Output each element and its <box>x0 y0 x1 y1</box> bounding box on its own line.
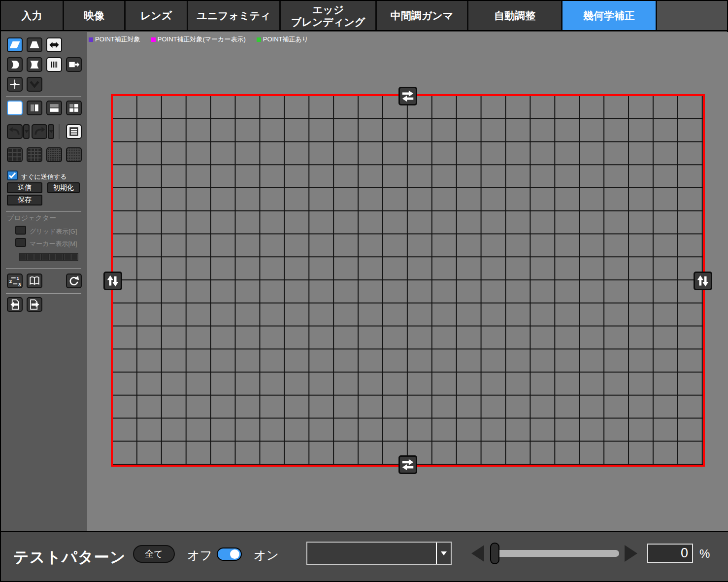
import-file-icon <box>8 298 22 311</box>
order-123-button[interactable]: 1 2 3 <box>7 274 23 288</box>
legend-item: POINT補正あり <box>257 35 308 44</box>
grid-density-coarse-button[interactable] <box>7 147 23 162</box>
legend-label: POINT補正対象(マーカー表示) <box>158 35 246 44</box>
marker-display-checkbox[interactable] <box>15 238 26 247</box>
grid-display-checkbox[interactable] <box>15 226 26 235</box>
svg-text:3: 3 <box>18 282 21 287</box>
quad-view-button[interactable] <box>66 101 82 115</box>
tab-edge-blending[interactable]: エッジ ブレンディング <box>281 1 375 30</box>
percent-input[interactable]: 0 <box>647 544 693 563</box>
swap-vertical-left-button[interactable] <box>103 272 122 290</box>
vertical-lines-icon <box>47 58 61 71</box>
pincushion-warp-button[interactable] <box>27 57 42 72</box>
segment <box>71 254 78 260</box>
grid-density-medium-button[interactable] <box>27 147 42 162</box>
tab-bar-filler <box>657 1 727 30</box>
level-slider[interactable] <box>490 542 619 565</box>
legend-item: POINT補正対象 <box>89 35 140 44</box>
undo-button[interactable] <box>7 124 23 139</box>
horizontal-arrow-icon <box>47 38 61 52</box>
swap-vertical-right-button[interactable] <box>694 272 712 290</box>
reset-rotate-icon <box>67 274 81 288</box>
send-immediately-label: すぐに送信する <box>21 172 67 181</box>
grid-density-finest-button[interactable] <box>66 147 82 162</box>
slider-knob[interactable] <box>490 543 499 564</box>
single-screen-icon <box>8 101 22 115</box>
off-label: オフ <box>187 547 212 563</box>
correction-canvas: POINT補正対象 POINT補正対象(マーカー表示) POINT補正あり <box>87 32 728 532</box>
test-pattern-dropdown[interactable] <box>306 542 452 565</box>
grid-density-fine-button[interactable] <box>46 147 62 162</box>
dropdown-arrow-button[interactable] <box>436 543 451 564</box>
grid-display-label: グリッド表示[G] <box>30 227 77 236</box>
redo-button[interactable] <box>32 124 47 139</box>
swap-horizontal-icon <box>400 89 415 103</box>
redo-dropdown-button[interactable] <box>48 124 54 139</box>
tab-lens[interactable]: レンズ <box>126 1 187 30</box>
test-pattern-toggle[interactable] <box>217 548 242 561</box>
shift-button[interactable] <box>66 57 82 72</box>
toggle-knob <box>230 549 239 559</box>
tab-auto-adjust[interactable]: 自動調整 <box>468 1 561 30</box>
legend-label: POINT補正あり <box>263 35 308 44</box>
bottom-bar: テストパターン 全て オフ オン 0 % <box>1 531 728 581</box>
save-button[interactable]: 保存 <box>7 195 42 205</box>
send-button[interactable]: 送信 <box>7 182 42 193</box>
barrel-icon <box>8 58 22 71</box>
h-stretch-button[interactable] <box>46 37 62 52</box>
send-immediately-checkbox[interactable] <box>7 171 18 180</box>
tab-uniformity[interactable]: ユニフォミティ <box>188 1 279 30</box>
svg-text:2: 2 <box>9 278 12 284</box>
book-view-button[interactable] <box>27 274 42 288</box>
swap-horizontal-bottom-button[interactable] <box>398 455 417 474</box>
export-button[interactable] <box>27 297 42 312</box>
undo-dropdown-button[interactable] <box>23 124 30 139</box>
test-pattern-title: テストパターン <box>13 547 126 568</box>
tab-geometry-correction[interactable]: 幾何学補正 <box>563 1 656 30</box>
redo-icon <box>33 125 46 138</box>
tab-midtone-gamma[interactable]: 中間調ガンマ <box>377 1 467 30</box>
shift-right-icon <box>67 58 81 71</box>
vertical-lines-button[interactable] <box>46 57 62 72</box>
parallelogram-icon <box>8 38 22 52</box>
divider <box>6 120 81 120</box>
tab-input[interactable]: 入力 <box>1 1 63 30</box>
history-list-button[interactable] <box>66 124 82 139</box>
legend: POINT補正対象 POINT補正対象(マーカー表示) POINT補正あり <box>89 35 308 44</box>
slider-decrease-button[interactable] <box>471 545 484 562</box>
all-button[interactable]: 全て <box>133 545 175 563</box>
single-view-button[interactable] <box>7 101 23 115</box>
tab-bar: 入力 映像 レンズ ユニフォミティ エッジ ブレンディング 中間調ガンマ 自動調… <box>1 1 727 31</box>
trapezoid-icon <box>28 38 41 52</box>
segment <box>34 254 41 260</box>
import-button[interactable] <box>7 297 23 312</box>
divider <box>6 268 81 269</box>
init-button[interactable]: 初期化 <box>47 182 80 193</box>
skew-warp-button[interactable] <box>7 37 23 52</box>
sidebar: すぐに送信する 送信 初期化 保存 プロジェクター グリッド表示[G] マーカー… <box>1 32 87 532</box>
triangle-down-icon <box>441 551 447 555</box>
segment <box>42 254 48 260</box>
keystone-warp-button[interactable] <box>27 37 42 52</box>
book-icon <box>28 274 41 288</box>
slider-track[interactable] <box>490 550 619 557</box>
chevron-tool-button[interactable] <box>27 77 42 92</box>
point-target-swatch <box>89 37 93 42</box>
divider <box>6 96 81 97</box>
horizontal-split-view-button[interactable] <box>46 101 62 115</box>
swap-vertical-icon <box>695 274 710 288</box>
reset-button[interactable] <box>66 274 82 288</box>
barrel-warp-button[interactable] <box>7 57 23 72</box>
point-correction-button[interactable] <box>7 77 23 92</box>
slider-increase-button[interactable] <box>625 545 637 562</box>
projector-segment-indicator <box>19 253 78 261</box>
export-file-icon <box>28 298 41 311</box>
tab-video[interactable]: 映像 <box>64 1 124 30</box>
undo-icon <box>8 125 22 138</box>
app-window: 入力 映像 レンズ ユニフォミティ エッジ ブレンディング 中間調ガンマ 自動調… <box>0 0 728 582</box>
grid-canvas[interactable] <box>111 94 705 467</box>
vertical-split-view-button[interactable] <box>27 101 42 115</box>
pincushion-icon <box>28 58 41 71</box>
on-label: オン <box>254 547 279 563</box>
swap-horizontal-top-button[interactable] <box>398 87 417 105</box>
